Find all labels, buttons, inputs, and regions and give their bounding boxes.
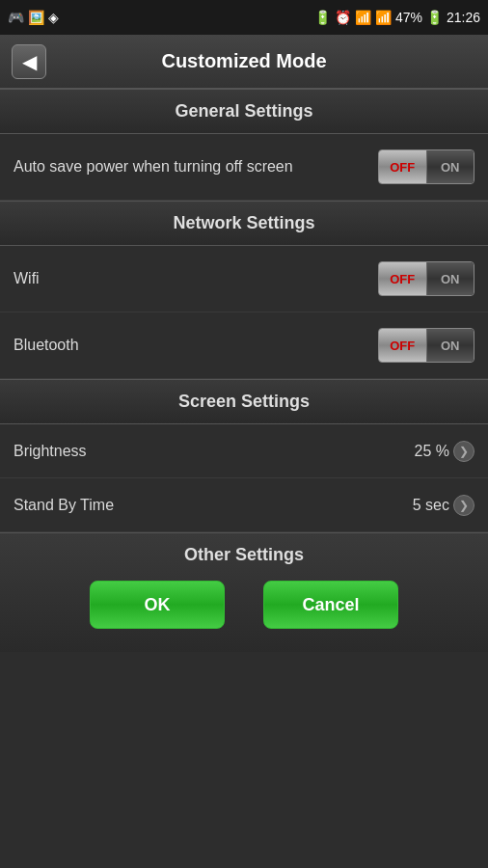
content-area: General Settings Auto save power when tu… <box>0 89 488 868</box>
brightness-label: Brightness <box>14 443 87 460</box>
bluetooth-toggle-off: OFF <box>379 329 427 362</box>
brightness-value-display: 25 % ❯ <box>415 441 474 462</box>
auto-save-power-toggle[interactable]: OFF ON <box>378 149 474 184</box>
status-left-icons: 🎮 🖼️ ◈ <box>8 10 59 25</box>
other-settings-section: Other Settings OK Cancel <box>0 532 488 652</box>
bluetooth-row: Bluetooth OFF ON <box>0 312 488 379</box>
bluetooth-label: Bluetooth <box>14 337 378 354</box>
action-buttons-row: OK Cancel <box>0 581 488 644</box>
battery-percent: 47% <box>395 10 422 25</box>
status-bar: 🎮 🖼️ ◈ 🔋 ⏰ 📶 📶 47% 🔋 21:26 <box>0 0 488 35</box>
alarm-icon: ⏰ <box>335 10 351 25</box>
wifi-label: Wifi <box>14 270 378 287</box>
cancel-button[interactable]: Cancel <box>263 581 398 629</box>
wifi-toggle-off: OFF <box>379 262 427 295</box>
standby-time-row[interactable]: Stand By Time 5 sec ❯ <box>0 478 488 532</box>
network-settings-header: Network Settings <box>0 201 488 246</box>
wifi-toggle-on: ON <box>427 262 474 295</box>
app-icon-1: 🎮 <box>8 10 24 25</box>
brightness-chevron-icon: ❯ <box>453 441 474 462</box>
toggle-on-label: ON <box>427 150 474 183</box>
standby-time-value: 5 sec <box>413 497 449 514</box>
bluetooth-toggle[interactable]: OFF ON <box>378 328 474 363</box>
app-icon-2: 🖼️ <box>28 10 44 25</box>
signal-icon: 📶 <box>375 10 392 25</box>
auto-save-power-row: Auto save power when turning off screen … <box>0 134 488 201</box>
bluetooth-toggle-on: ON <box>427 329 474 362</box>
brightness-value: 25 % <box>415 443 449 460</box>
standby-time-value-display: 5 sec ❯ <box>413 495 474 516</box>
status-right-icons: 🔋 ⏰ 📶 📶 47% 🔋 21:26 <box>314 10 480 25</box>
time-display: 21:26 <box>447 10 480 25</box>
back-icon: ◀ <box>22 50 37 73</box>
battery-icon: 🔋 <box>314 10 331 25</box>
auto-save-power-label: Auto save power when turning off screen <box>14 158 378 176</box>
brightness-row[interactable]: Brightness 25 % ❯ <box>0 424 488 478</box>
wifi-icon: 📶 <box>355 10 371 25</box>
general-settings-header: General Settings <box>0 89 488 134</box>
back-button[interactable]: ◀ <box>12 44 46 79</box>
toggle-off-label: OFF <box>379 150 427 183</box>
app-icon-3: ◈ <box>48 10 59 25</box>
other-settings-header: Other Settings <box>0 545 488 565</box>
page-title: Customized Mode <box>46 50 442 72</box>
standby-time-label: Stand By Time <box>14 497 114 514</box>
wifi-toggle[interactable]: OFF ON <box>378 261 474 296</box>
screen-settings-header: Screen Settings <box>0 379 488 424</box>
ok-button[interactable]: OK <box>90 581 225 629</box>
wifi-row: Wifi OFF ON <box>0 246 488 312</box>
standby-time-chevron-icon: ❯ <box>453 495 474 516</box>
battery-visual-icon: 🔋 <box>426 10 443 25</box>
header: ◀ Customized Mode <box>0 35 488 89</box>
